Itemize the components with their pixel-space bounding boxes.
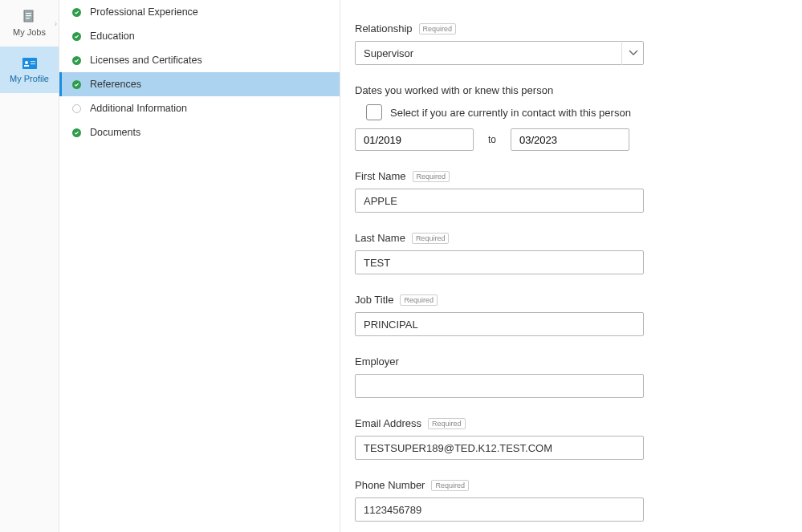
circle-icon <box>71 103 82 114</box>
sidenav-label: Professional Experience <box>90 6 198 18</box>
sidenav-item-additional-info[interactable]: Additional Information <box>59 96 340 120</box>
date-to-input[interactable] <box>511 128 629 151</box>
required-badge: Required <box>431 480 469 491</box>
svg-point-5 <box>25 61 28 64</box>
leftbar: My Jobs › My Profile <box>0 0 59 532</box>
employer-input[interactable] <box>355 374 644 398</box>
id-card-icon <box>22 56 37 71</box>
job-title-label: Job Title Required <box>355 294 770 306</box>
required-badge: Required <box>419 23 457 35</box>
last-name-label: Last Name Required <box>355 232 770 244</box>
checkbox-label: Select if you are currently in contact w… <box>390 107 631 119</box>
phone-input[interactable] <box>355 497 644 522</box>
required-badge: Required <box>400 294 438 306</box>
sidenav-item-licenses[interactable]: Licenses and Certificates <box>59 48 340 72</box>
leftbar-item-my-jobs[interactable]: My Jobs › <box>0 0 59 47</box>
sidenav-item-documents[interactable]: Documents <box>59 120 340 144</box>
svg-rect-2 <box>26 15 31 16</box>
phone-label: Phone Number Required <box>355 479 770 491</box>
check-icon <box>71 30 82 42</box>
currently-in-contact-checkbox[interactable] <box>366 104 382 120</box>
employer-label: Employer <box>355 355 770 368</box>
sidenav-item-education[interactable]: Education <box>59 24 340 48</box>
sidenav-item-references[interactable]: References <box>59 72 340 96</box>
check-icon <box>71 55 82 66</box>
check-icon <box>71 79 82 90</box>
email-label: Email Address Required <box>355 417 770 429</box>
last-name-input[interactable] <box>355 250 644 274</box>
job-title-input[interactable] <box>355 312 644 336</box>
date-from-input[interactable] <box>355 128 474 151</box>
svg-rect-1 <box>26 13 31 14</box>
required-badge: Required <box>412 233 450 244</box>
check-icon <box>71 6 82 18</box>
sidenav-label: Documents <box>90 127 140 138</box>
main-form: Relationship Required Dates you worked w… <box>340 0 802 532</box>
sidenav-label: References <box>90 79 141 90</box>
svg-rect-6 <box>24 65 29 67</box>
sidenav-label: Additional Information <box>90 103 187 114</box>
first-name-label: First Name Required <box>355 170 770 182</box>
relationship-select[interactable] <box>355 41 644 65</box>
sidenav: Professional Experience Education Licens… <box>59 0 340 532</box>
required-badge: Required <box>428 418 466 429</box>
document-icon <box>22 10 37 24</box>
check-icon <box>71 127 82 138</box>
relationship-label: Relationship Required <box>355 22 770 35</box>
chevron-right-icon: › <box>55 19 57 28</box>
first-name-input[interactable] <box>355 189 644 213</box>
leftbar-label: My Jobs <box>13 27 46 37</box>
sidenav-label: Licenses and Certificates <box>90 55 202 66</box>
svg-rect-8 <box>31 63 35 64</box>
dates-label: Dates you worked with or knew this perso… <box>355 84 770 96</box>
svg-rect-7 <box>31 61 35 62</box>
leftbar-item-my-profile[interactable]: My Profile <box>0 47 59 93</box>
leftbar-label: My Profile <box>10 74 49 83</box>
required-badge: Required <box>413 171 450 182</box>
sidenav-item-professional-experience[interactable]: Professional Experience <box>59 0 340 24</box>
sidenav-label: Education <box>90 30 135 42</box>
to-label: to <box>488 134 496 145</box>
email-input[interactable] <box>355 436 644 460</box>
svg-rect-3 <box>26 18 30 18</box>
